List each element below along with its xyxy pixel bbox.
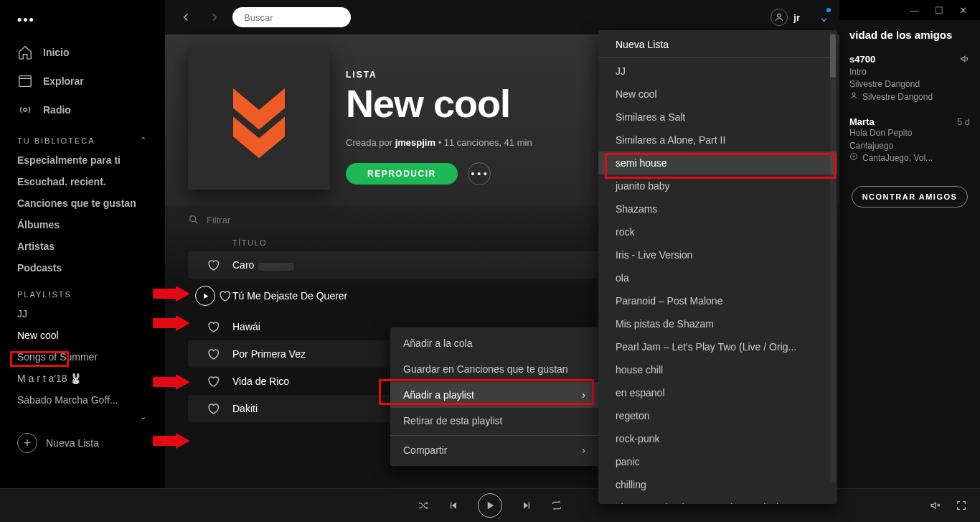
search-input[interactable] bbox=[244, 12, 364, 23]
submenu-playlist-item[interactable]: Similares a Alone, Part II bbox=[598, 129, 837, 152]
window-controls: — ☐ ✕ bbox=[897, 0, 980, 20]
maximize-button[interactable]: ☐ bbox=[935, 5, 943, 16]
playlist-meta: Creada por jmespjim • 11 canciones, 41 m… bbox=[346, 137, 532, 148]
svg-point-1 bbox=[24, 108, 27, 112]
svg-point-6 bbox=[851, 153, 857, 159]
submenu-playlist-item[interactable]: regeton bbox=[598, 404, 837, 427]
library-item[interactable]: Canciones que te gustan bbox=[0, 192, 165, 214]
close-window-button[interactable]: ✕ bbox=[959, 5, 967, 16]
submenu-playlist-item[interactable]: Similares a Salt bbox=[598, 106, 837, 129]
nav-home[interactable]: Inicio bbox=[0, 38, 165, 67]
sidebar-playlist-item[interactable]: Sábado Marcha Goff... bbox=[0, 389, 165, 411]
submenu-playlist-item[interactable]: Paranoid – Post Malone bbox=[598, 289, 837, 312]
submenu-playlist-item[interactable]: ola bbox=[598, 266, 837, 289]
friend-artist: Silvestre Dangond bbox=[849, 78, 970, 90]
library-item[interactable]: Especialmente para ti bbox=[0, 149, 165, 171]
sidebar-playlist-item[interactable]: JJ bbox=[0, 303, 165, 325]
user-avatar-icon bbox=[771, 9, 788, 26]
playlist-cover[interactable] bbox=[188, 47, 330, 190]
more-options-button[interactable]: • • • bbox=[468, 162, 491, 185]
header-title[interactable]: TÍTULO bbox=[232, 238, 610, 247]
submenu-playlist-item[interactable]: rock bbox=[598, 220, 837, 243]
user-name: jr bbox=[793, 12, 800, 23]
sidebar-playlist-item[interactable]: Songs of Summer bbox=[0, 346, 165, 368]
friend-activity-item[interactable]: Marta5 dHola Don PepitoCantajuegoCantaJu… bbox=[849, 116, 970, 164]
submenu-playlist-item[interactable]: Mis pistas de Shazam bbox=[598, 312, 837, 335]
friend-source: CantaJuego, Vol... bbox=[849, 152, 970, 164]
submenu-playlist-item[interactable]: Shazams bbox=[598, 197, 837, 220]
app-menu-dots[interactable]: ••• bbox=[0, 9, 165, 38]
search-field[interactable] bbox=[232, 7, 351, 27]
submenu-playlist-item[interactable]: Lista Downloadsource.es by magicplay... bbox=[598, 496, 837, 504]
submenu-new-playlist[interactable]: Nueva Lista bbox=[598, 33, 837, 56]
track-title: CaroEXPLICIT bbox=[232, 259, 610, 271]
back-button[interactable] bbox=[175, 6, 197, 28]
submenu-playlist-item[interactable]: New cool bbox=[598, 83, 837, 106]
shuffle-icon[interactable] bbox=[418, 500, 429, 511]
disc-icon bbox=[849, 152, 858, 164]
library-item[interactable]: Podcasts bbox=[0, 257, 165, 279]
submenu-playlist-item[interactable]: rock-punk bbox=[598, 427, 837, 450]
heart-icon[interactable] bbox=[207, 320, 220, 333]
repeat-icon[interactable] bbox=[551, 500, 562, 511]
context-menu-item[interactable]: Retirar de esta playlist bbox=[390, 408, 598, 434]
sidebar-playlist-item[interactable]: M a r t a'18 🐰 bbox=[0, 368, 165, 389]
volume-mute-icon[interactable] bbox=[930, 500, 941, 511]
scrollbar[interactable] bbox=[829, 33, 836, 483]
context-menu-item[interactable]: Compartir› bbox=[390, 437, 598, 463]
submenu-playlist-item[interactable]: semi house bbox=[598, 152, 837, 174]
svg-point-3 bbox=[778, 14, 781, 17]
fullscreen-icon[interactable] bbox=[956, 500, 967, 511]
heart-icon[interactable] bbox=[207, 258, 220, 271]
context-menu-item[interactable]: Añadir a playlist› bbox=[390, 382, 598, 408]
person-icon bbox=[849, 91, 858, 103]
browse-icon bbox=[17, 73, 33, 89]
context-menu-item[interactable]: Añadir a la cola bbox=[390, 330, 598, 356]
friends-panel: vidad de los amigos s4700IntroSilvestre … bbox=[839, 20, 980, 488]
library-item[interactable]: Artistas bbox=[0, 236, 165, 257]
friend-time: 5 d bbox=[957, 116, 970, 127]
chevron-right-icon bbox=[208, 11, 221, 24]
library-item[interactable]: Escuchad. recient. bbox=[0, 171, 165, 192]
new-playlist-button[interactable]: + Nueva Lista bbox=[0, 426, 165, 460]
library-item[interactable]: Álbumes bbox=[0, 214, 165, 236]
heart-icon[interactable] bbox=[207, 402, 220, 415]
submenu-playlist-item[interactable]: Iris - Live Version bbox=[598, 243, 837, 266]
nav-radio[interactable]: Radio bbox=[0, 95, 165, 124]
submenu-playlist-item[interactable]: JJ bbox=[598, 60, 837, 83]
nav-home-label: Inicio bbox=[43, 47, 70, 58]
svg-point-4 bbox=[190, 216, 196, 222]
nav-explore[interactable]: Explorar bbox=[0, 67, 165, 95]
friend-activity-item[interactable]: s4700IntroSilvestre DangondSilvestre Dan… bbox=[849, 54, 970, 103]
play-button[interactable]: REPRODUCIR bbox=[346, 163, 458, 185]
context-menu-item[interactable]: Guardar en Canciones que te gustan bbox=[390, 356, 598, 382]
heart-icon[interactable] bbox=[207, 375, 220, 388]
chevron-right-icon: › bbox=[582, 444, 585, 456]
filter-label: Filtrar bbox=[207, 215, 230, 225]
chevron-down-icon[interactable]: ⌄ bbox=[140, 412, 148, 421]
submenu-playlist-item[interactable]: juanito baby bbox=[598, 174, 837, 197]
chevron-right-icon: › bbox=[582, 389, 585, 401]
play-pause-button[interactable] bbox=[478, 493, 502, 518]
plus-icon: + bbox=[17, 433, 37, 453]
play-track-button[interactable] bbox=[195, 286, 215, 306]
minimize-button[interactable]: — bbox=[910, 5, 919, 16]
sidebar-playlist-item[interactable]: New cool bbox=[0, 325, 165, 346]
forward-button[interactable] bbox=[204, 6, 225, 28]
submenu-playlist-item[interactable]: Pearl Jam – Let's Play Two (Live / Orig.… bbox=[598, 335, 837, 358]
next-icon[interactable] bbox=[521, 500, 532, 511]
submenu-playlist-item[interactable]: panic bbox=[598, 450, 837, 473]
user-menu[interactable]: jr bbox=[765, 7, 806, 27]
radio-icon bbox=[17, 102, 33, 118]
submenu-playlist-item[interactable]: house chill bbox=[598, 358, 837, 381]
previous-icon[interactable] bbox=[448, 500, 459, 511]
playlists-section-title: PLAYLISTS bbox=[0, 279, 165, 303]
notifications-icon[interactable]: ⌄ bbox=[819, 9, 829, 25]
svg-point-5 bbox=[852, 93, 855, 95]
heart-icon[interactable] bbox=[218, 289, 231, 302]
heart-icon[interactable] bbox=[207, 348, 220, 360]
chevron-up-icon[interactable]: ⌃ bbox=[140, 136, 148, 145]
submenu-playlist-item[interactable]: en espanol bbox=[598, 381, 837, 404]
submenu-playlist-item[interactable]: chilling bbox=[598, 473, 837, 496]
find-friends-button[interactable]: NCONTRAR AMIGOS bbox=[852, 186, 969, 208]
